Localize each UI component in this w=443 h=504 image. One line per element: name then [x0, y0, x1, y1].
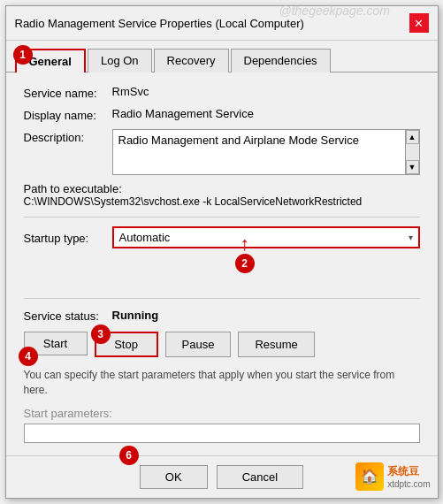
tab-dependencies[interactable]: Dependencies — [231, 49, 331, 73]
resume-button[interactable]: Resume — [238, 332, 314, 357]
pause-button[interactable]: Pause — [165, 332, 232, 357]
badge-6: 6 — [119, 446, 139, 465]
info-text: You can specify the start parameters tha… — [24, 368, 420, 398]
scroll-down-arrow[interactable]: ▼ — [406, 160, 419, 174]
startup-type-value: Automatic — [119, 231, 171, 244]
logo-text-url: xtdptc.com — [387, 479, 430, 489]
separator-2 — [24, 298, 420, 299]
start-btn-wrapper: Start 4 — [24, 332, 88, 357]
display-name-label: Display name: — [24, 107, 112, 122]
path-section: Path to executable: C:\WINDOWS\System32\… — [24, 182, 420, 208]
service-name-label: Service name: — [24, 85, 112, 100]
logo-area: 🏠 系统豆 xtdptc.com — [355, 462, 430, 491]
dropdown-arrow-icon: ▾ — [409, 233, 413, 242]
title-bar: Radio Management Service Properties (Loc… — [6, 6, 438, 41]
description-value: Radio Management and Airplane Mode Servi… — [118, 134, 414, 147]
description-box: Radio Management and Airplane Mode Servi… — [112, 129, 420, 175]
tab-content-general: Service name: RmSvc Display name: Radio … — [6, 72, 438, 455]
startup-type-dropdown[interactable]: Automatic ▾ — [112, 226, 420, 248]
separator-1 — [24, 217, 420, 218]
service-status-value: Running — [112, 309, 159, 322]
scrollbar-vertical[interactable]: ▲ ▼ — [405, 130, 419, 174]
cancel-button[interactable]: Cancel — [217, 465, 303, 489]
path-value: C:\WINDOWS\System32\svchost.exe -k Local… — [24, 195, 420, 208]
service-status-row: Service status: Running @thegeekpage.com — [24, 308, 420, 323]
tabs-container: General 1 Log On Recovery Dependencies — [6, 41, 438, 72]
tab-recovery[interactable]: Recovery — [154, 49, 229, 73]
display-name-value: Radio Management Service — [112, 107, 254, 120]
display-name-row: Display name: Radio Management Service — [24, 107, 420, 122]
badge-3: 3 — [91, 325, 111, 344]
service-name-row: Service name: RmSvc — [24, 85, 420, 100]
path-label: Path to executable: — [24, 182, 420, 195]
service-buttons-row: Start 4 Stop 3 Pause Resume — [24, 332, 420, 357]
start-params-label: Start parameters: — [24, 407, 420, 420]
tab-general[interactable]: General 1 — [15, 49, 86, 73]
service-status-label: Service status: — [24, 308, 112, 323]
dialog-title: Radio Management Service Properties (Loc… — [15, 17, 304, 30]
dialog-footer: 6 OK Cancel 🏠 系统豆 xtdptc.com — [6, 455, 438, 498]
badge-4: 4 — [19, 347, 38, 366]
description-label: Description: — [24, 129, 112, 144]
properties-dialog: Radio Management Service Properties (Loc… — [5, 5, 439, 499]
logo-text: 系统豆 xtdptc.com — [387, 464, 430, 489]
logo-icon: 🏠 — [355, 462, 384, 491]
spacer — [24, 257, 420, 289]
startup-type-row: Startup type: Automatic ▾ ↑ 2 — [24, 226, 420, 248]
start-params-input[interactable] — [24, 424, 420, 443]
description-row: Description: Radio Management and Airpla… — [24, 129, 420, 175]
service-name-value: RmSvc — [112, 85, 149, 98]
ok-button[interactable]: OK — [140, 465, 208, 489]
stop-btn-wrapper: Stop 3 — [95, 332, 158, 357]
scroll-up-arrow[interactable]: ▲ — [406, 130, 419, 144]
badge-1: 1 — [13, 45, 33, 65]
tab-logon[interactable]: Log On — [88, 49, 152, 73]
startup-type-label: Startup type: — [24, 230, 112, 245]
logo-text-cn: 系统豆 — [387, 464, 430, 479]
close-button[interactable]: ✕ — [409, 13, 429, 33]
